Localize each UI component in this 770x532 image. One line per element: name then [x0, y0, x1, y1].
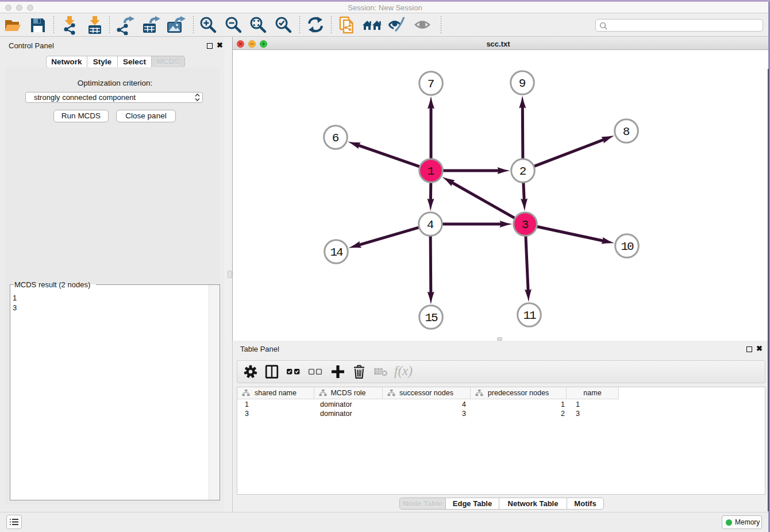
svg-text:10: 10 — [621, 240, 634, 253]
svg-text:8: 8 — [623, 125, 630, 138]
svg-text:1: 1 — [428, 165, 435, 178]
svg-text:3: 3 — [522, 218, 529, 232]
svg-text:4: 4 — [427, 218, 434, 232]
svg-text:2: 2 — [519, 165, 527, 178]
svg-text:7: 7 — [428, 78, 435, 91]
svg-text:15: 15 — [425, 311, 438, 325]
svg-text:6: 6 — [332, 132, 340, 145]
svg-text:11: 11 — [523, 309, 536, 322]
svg-text:14: 14 — [330, 246, 343, 259]
svg-text:9: 9 — [519, 77, 526, 90]
